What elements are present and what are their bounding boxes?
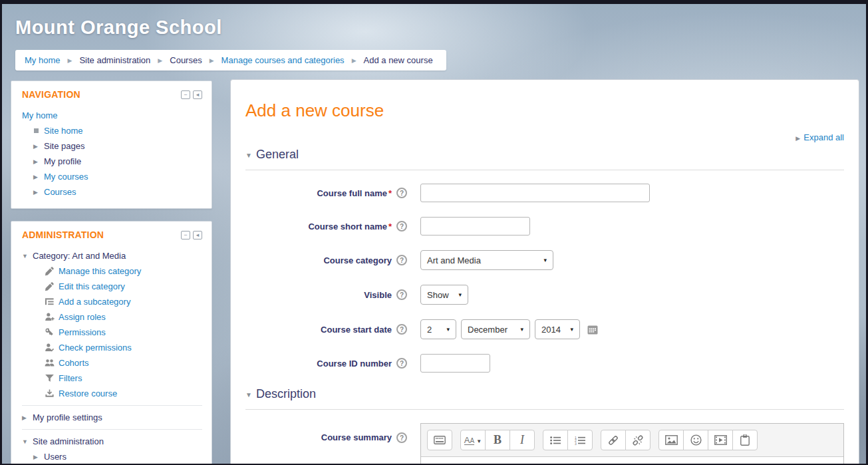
expand-all-row: ▶Expand all bbox=[245, 132, 844, 142]
chevron-down-icon[interactable]: ▼ bbox=[22, 253, 33, 259]
breadcrumb-separator-icon: ▶ bbox=[352, 57, 357, 64]
divider bbox=[22, 429, 202, 430]
nav-item-site-home[interactable]: Site home bbox=[22, 123, 202, 138]
admin-item-edit-category[interactable]: Edit this category bbox=[22, 279, 202, 294]
chevron-down-icon[interactable]: ▼ bbox=[245, 152, 252, 159]
window-frame: Mount Orange School My home ▶ Site admin… bbox=[0, 0, 868, 465]
section-general: ▼ General bbox=[245, 148, 844, 162]
breadcrumb-add-new-course: Add a new course bbox=[364, 55, 433, 65]
breadcrumb-manage-courses[interactable]: Manage courses and categories bbox=[221, 55, 345, 65]
nav-item-my-home[interactable]: My home bbox=[22, 108, 202, 123]
breadcrumb: My home ▶ Site administration ▶ Courses … bbox=[15, 50, 446, 71]
form-row-course-summary: Course summary ? AA▼ bbox=[245, 423, 844, 464]
ordered-list-icon[interactable]: 123 bbox=[567, 430, 593, 450]
divider bbox=[22, 405, 202, 406]
dock-block-icon[interactable]: ◂ bbox=[193, 231, 202, 239]
media-icon[interactable] bbox=[708, 430, 733, 450]
chevron-right-icon[interactable]: ▶ bbox=[33, 174, 44, 180]
chevron-right-icon[interactable]: ▶ bbox=[33, 189, 44, 196]
help-icon[interactable]: ? bbox=[396, 358, 407, 369]
collapse-block-icon[interactable]: − bbox=[181, 231, 190, 239]
course-full-name-input[interactable] bbox=[420, 184, 650, 202]
course-category-select[interactable]: Art and Media ▾ bbox=[420, 250, 553, 270]
nav-item-site-pages[interactable]: ▶ Site pages bbox=[22, 138, 202, 154]
emoticon-icon[interactable] bbox=[683, 430, 708, 450]
course-category-label: Course category bbox=[245, 255, 392, 265]
admin-item-users[interactable]: ▶ Users bbox=[22, 449, 202, 464]
required-asterisk: * bbox=[388, 222, 392, 232]
course-short-name-input[interactable] bbox=[420, 217, 530, 235]
course-id-number-input[interactable] bbox=[420, 354, 490, 373]
editor-content-area[interactable] bbox=[421, 457, 843, 464]
main-content-panel: Add a new course ▶Expand all ▼ General C… bbox=[230, 79, 859, 464]
admin-item-permissions[interactable]: Permissions bbox=[22, 325, 202, 340]
italic-icon[interactable]: I bbox=[509, 430, 535, 450]
start-date-day-select[interactable]: 2 ▾ bbox=[420, 319, 456, 339]
breadcrumb-my-home[interactable]: My home bbox=[25, 55, 60, 65]
sidebar: NAVIGATION − ◂ My home Site home ▶ Site … bbox=[11, 80, 212, 464]
form-row-course-full-name: Course full name* ? bbox=[245, 184, 844, 202]
restore-icon bbox=[45, 388, 56, 398]
dock-block-icon[interactable]: ◂ bbox=[193, 90, 202, 99]
course-summary-label: Course summary bbox=[245, 423, 392, 442]
expand-all-link[interactable]: Expand all bbox=[803, 132, 844, 142]
form-row-course-category: Course category ? Art and Media ▾ bbox=[245, 250, 844, 270]
nav-item-my-profile[interactable]: ▶ My profile bbox=[22, 154, 202, 169]
help-icon[interactable]: ? bbox=[396, 289, 407, 300]
admin-item-my-profile-settings[interactable]: ▶ My profile settings bbox=[22, 410, 202, 425]
admin-item-restore-course[interactable]: Restore course bbox=[22, 386, 202, 401]
admin-item-add-subcategory[interactable]: Add a subcategory bbox=[22, 294, 202, 309]
link-icon[interactable] bbox=[601, 430, 626, 450]
divider bbox=[245, 170, 844, 170]
unlink-icon[interactable] bbox=[625, 430, 651, 450]
help-icon[interactable]: ? bbox=[396, 432, 407, 443]
course-start-date-label: Course start date bbox=[245, 325, 392, 335]
check-permissions-icon bbox=[45, 343, 56, 353]
help-icon[interactable]: ? bbox=[396, 188, 407, 198]
collapse-toolbar-icon[interactable] bbox=[427, 430, 452, 450]
admin-item-manage-category[interactable]: Manage this category bbox=[22, 263, 202, 279]
svg-text:3: 3 bbox=[575, 441, 577, 445]
chevron-right-icon[interactable]: ▶ bbox=[33, 158, 44, 165]
admin-item-check-permissions[interactable]: Check permissions bbox=[22, 340, 202, 355]
calendar-icon[interactable] bbox=[587, 325, 598, 335]
breadcrumb-site-administration: Site administration bbox=[79, 55, 150, 65]
start-date-month-select[interactable]: December ▾ bbox=[461, 319, 530, 339]
help-icon[interactable]: ? bbox=[396, 324, 407, 335]
help-icon[interactable]: ? bbox=[396, 255, 407, 265]
chevron-down-icon[interactable]: ▼ bbox=[22, 438, 33, 445]
dropdown-arrow-icon: ▾ bbox=[543, 257, 547, 263]
filter-icon bbox=[45, 373, 56, 383]
navigation-block-title: NAVIGATION bbox=[22, 89, 80, 100]
chevron-right-icon[interactable]: ▶ bbox=[22, 414, 33, 421]
visible-select[interactable]: Show ▾ bbox=[420, 285, 468, 305]
course-short-name-label: Course short name* bbox=[245, 222, 392, 232]
admin-item-category[interactable]: ▼ Category: Art and Media bbox=[22, 248, 202, 263]
help-icon[interactable]: ? bbox=[396, 221, 407, 232]
start-date-year-select[interactable]: 2014 ▾ bbox=[535, 319, 580, 339]
font-family-icon[interactable]: AA▼ bbox=[460, 430, 486, 450]
key-icon bbox=[45, 327, 56, 337]
course-summary-editor[interactable]: AA▼ B I 123 bbox=[420, 423, 844, 464]
administration-block: ADMINISTRATION − ◂ ▼ Category: Art and M… bbox=[11, 221, 212, 464]
chevron-down-icon[interactable]: ▼ bbox=[245, 391, 252, 398]
breadcrumb-separator-icon: ▶ bbox=[210, 57, 214, 64]
admin-item-filters[interactable]: Filters bbox=[22, 371, 202, 386]
collapse-block-icon[interactable]: − bbox=[181, 90, 190, 99]
admin-item-site-administration[interactable]: ▼ Site administration bbox=[22, 434, 202, 449]
visible-label: Visible bbox=[245, 290, 392, 300]
divider bbox=[245, 409, 844, 410]
course-id-number-label: Course ID number bbox=[245, 359, 392, 369]
cohorts-icon bbox=[45, 358, 56, 368]
unordered-list-icon[interactable] bbox=[543, 430, 568, 450]
navigation-block: NAVIGATION − ◂ My home Site home ▶ Site … bbox=[11, 80, 212, 209]
nav-item-my-courses[interactable]: ▶ My courses bbox=[22, 169, 202, 184]
nav-item-courses[interactable]: ▶ Courses bbox=[22, 184, 202, 200]
bold-icon[interactable]: B bbox=[485, 430, 510, 450]
manage-files-icon[interactable] bbox=[732, 430, 758, 450]
image-icon[interactable] bbox=[658, 430, 684, 450]
admin-item-cohorts[interactable]: Cohorts bbox=[22, 355, 202, 371]
chevron-right-icon[interactable]: ▶ bbox=[33, 143, 44, 150]
chevron-right-icon[interactable]: ▶ bbox=[33, 454, 44, 460]
admin-item-assign-roles[interactable]: Assign roles bbox=[22, 309, 202, 325]
